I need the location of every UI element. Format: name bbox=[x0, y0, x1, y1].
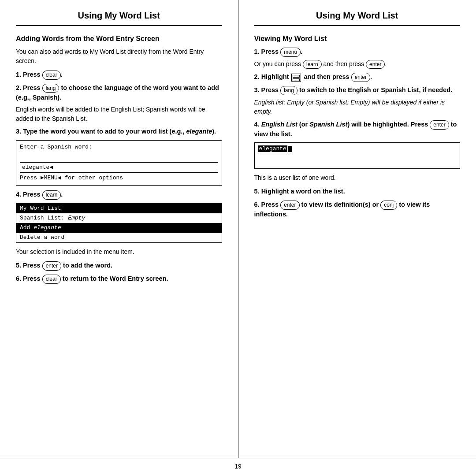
step-2-body: English words will be added to the Engli… bbox=[16, 105, 222, 123]
step-3: 3. Type the word you want to add to your… bbox=[16, 127, 222, 137]
right-section-title: Viewing My Word List bbox=[254, 35, 461, 43]
step-2: 2. Press lang to choose the language of … bbox=[16, 83, 222, 103]
enter-key-5: enter bbox=[280, 201, 299, 210]
footer: 19 bbox=[0, 458, 476, 476]
page: Using My Word List Adding Words from the… bbox=[0, 0, 476, 476]
enter-key-1: enter bbox=[42, 261, 61, 271]
menu-item-4: Delete a word bbox=[16, 233, 222, 242]
left-column: Using My Word List Adding Words from the… bbox=[0, 0, 238, 458]
list-icon bbox=[291, 74, 301, 82]
word-entry-screen: Enter a Spanish word: elegante◀ Press ►M… bbox=[16, 140, 222, 186]
highlighted-word: elegante bbox=[258, 145, 287, 152]
step-1: 1. Press clear. bbox=[16, 70, 222, 80]
lang-key-2: lang bbox=[280, 86, 298, 95]
learn-key-2: learn bbox=[303, 60, 322, 69]
selection-note: Your selection is included in the menu i… bbox=[16, 247, 222, 257]
clear-key-1: clear bbox=[42, 71, 61, 80]
menu-item-1: My Word List bbox=[16, 204, 222, 213]
menu-item-2: Spanish List: Empty bbox=[16, 213, 222, 223]
menu-item-3: Add elegante bbox=[16, 223, 222, 233]
step-6: 6. Press clear to return to the Word Ent… bbox=[16, 274, 222, 284]
lang-key-1: lang bbox=[42, 84, 60, 93]
right-step-2: 2. Highlight and then press enter. bbox=[254, 72, 461, 82]
enter-key-3: enter bbox=[351, 73, 370, 82]
right-header: Using My Word List bbox=[254, 11, 461, 26]
conj-key: conj bbox=[380, 201, 397, 210]
list-note: This is a user list of one word. bbox=[254, 173, 461, 182]
right-step-6: 6. Press enter to view its definition(s)… bbox=[254, 200, 461, 219]
enter-key-4: enter bbox=[430, 120, 449, 130]
right-step-3-body: English list: Empty (or Spanish list: Em… bbox=[254, 98, 461, 116]
learn-menu-screen: My Word List Spanish List: Empty Add ele… bbox=[16, 203, 222, 243]
left-body: You can also add words to My Word List d… bbox=[16, 47, 222, 66]
left-header: Using My Word List bbox=[16, 11, 222, 26]
right-step-1-sub: Or you can press learn and then press en… bbox=[254, 60, 461, 69]
screen-input-box: elegante◀ bbox=[20, 162, 218, 173]
word-list-view: elegante bbox=[254, 142, 461, 169]
right-column: Using My Word List Viewing My Word List … bbox=[238, 0, 476, 458]
main-columns: Using My Word List Adding Words from the… bbox=[0, 0, 476, 458]
step-4: 4. Press learn. bbox=[16, 190, 222, 200]
right-step-1: 1. Press menu. bbox=[254, 47, 461, 57]
clear-key-2: clear bbox=[42, 275, 61, 284]
page-number: 19 bbox=[234, 463, 242, 470]
right-step-4: 4. English List (or Spanish List) will b… bbox=[254, 120, 461, 139]
right-step-5: 5. Highlight a word on the list. bbox=[254, 187, 461, 197]
screen-line-3: Press ►MENU◀ for other options bbox=[20, 174, 218, 183]
learn-key-1: learn bbox=[42, 190, 61, 200]
step-5: 5. Press enter to add the word. bbox=[16, 261, 222, 271]
enter-key-2: enter bbox=[366, 60, 385, 69]
cursor bbox=[288, 146, 292, 152]
screen-line-1: Enter a Spanish word: bbox=[20, 143, 218, 152]
screen-line-2 bbox=[20, 152, 218, 161]
menu-key: menu bbox=[280, 48, 301, 57]
left-section-title: Adding Words from the Word Entry Screen bbox=[16, 35, 222, 43]
right-step-3: 3. Press lang to switch to the English o… bbox=[254, 86, 461, 95]
